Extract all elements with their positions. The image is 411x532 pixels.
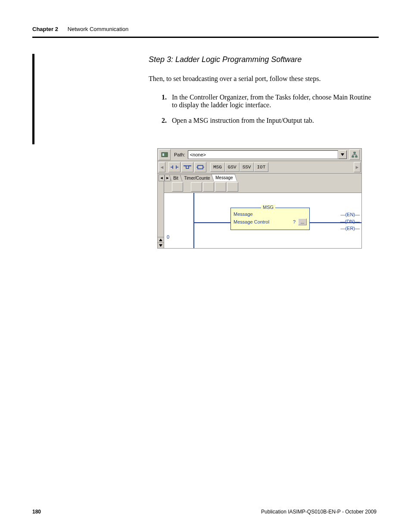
step-item: 1. In the Controller Organizer, from the… <box>162 93 374 109</box>
rung-tool-icon[interactable] <box>203 182 214 192</box>
er-coil: —(ER)— <box>340 226 360 231</box>
tab-timer-counter[interactable]: Timer/Counte <box>180 174 214 181</box>
svg-rect-4 <box>352 156 354 157</box>
msg-config-button[interactable]: ... <box>298 218 307 225</box>
rung-element-icon[interactable] <box>168 162 181 172</box>
power-rail <box>193 193 194 248</box>
step-heading: Step 3: Ladder Logic Programming Softwar… <box>149 55 374 64</box>
chapter-title: Network Communication <box>68 26 129 32</box>
publication-id: Publication IASIMP-QS010B-EN-P - October… <box>261 509 377 515</box>
dn-coil: —(DN)— <box>340 219 360 224</box>
gsv-button[interactable]: GSV <box>225 162 240 172</box>
ladder-area: 0 MSG Message Message Control ? ... <box>158 181 361 248</box>
rung-tool-icon[interactable] <box>191 182 202 192</box>
svg-rect-3 <box>354 152 355 153</box>
step-text: In the Controller Organizer, from the Ta… <box>172 93 374 109</box>
ladder-canvas[interactable]: 0 MSG Message Message Control ? ... <box>164 193 361 248</box>
rung-toolbar <box>164 181 361 193</box>
svg-marker-18 <box>159 239 162 241</box>
step-text: Open a MSG instruction from the Input/Ou… <box>172 117 314 124</box>
rung-tool-icon[interactable] <box>172 182 183 192</box>
controller-icon[interactable] <box>159 149 171 160</box>
path-toolbar: Path: <none> <box>158 149 361 161</box>
msg-control-value: ? <box>293 219 296 224</box>
branch-element-icon[interactable] <box>181 162 193 172</box>
nav-right-button[interactable]: ► <box>354 162 361 172</box>
msg-control-label: Message Control <box>234 219 269 224</box>
ladder-editor-figure: Path: <none> <box>157 148 362 249</box>
network-icon[interactable] <box>349 149 360 160</box>
svg-marker-2 <box>341 153 344 156</box>
svg-marker-19 <box>159 244 162 247</box>
element-toolbar: ◄ MSG GSV SSV IOT ► <box>158 161 361 173</box>
msg-line1: Message <box>234 212 307 217</box>
rung-tool-icon[interactable] <box>227 182 238 192</box>
intro-text: Then, to set broadcasting over a serial … <box>149 75 374 83</box>
nav-left-button[interactable]: ◄ <box>159 162 165 172</box>
step-number: 2. <box>162 117 172 124</box>
side-rule <box>32 54 34 144</box>
rung-wire <box>194 222 233 223</box>
page-header: Chapter 2 Network Communication <box>32 26 379 38</box>
path-label: Path: <box>174 152 185 157</box>
scroll-down-icon[interactable] <box>158 243 164 248</box>
ssv-button[interactable]: SSV <box>240 162 254 172</box>
path-dropdown-button[interactable] <box>338 150 347 159</box>
chapter-label: Chapter 2 <box>32 26 58 32</box>
rung-tool-icon[interactable] <box>215 182 226 192</box>
page-footer: 180 Publication IASIMP-QS010B-EN-P - Oct… <box>32 509 377 515</box>
path-input[interactable]: <none> <box>188 150 338 159</box>
branch-level-icon[interactable] <box>194 162 206 172</box>
scroll-up-icon[interactable] <box>158 237 164 243</box>
rung-number: 0 <box>167 234 169 240</box>
svg-rect-1 <box>162 153 164 156</box>
msg-button[interactable]: MSG <box>210 162 225 172</box>
svg-rect-5 <box>355 156 357 157</box>
step-number: 1. <box>162 93 172 109</box>
iot-button[interactable]: IOT <box>254 162 268 172</box>
page-number: 180 <box>32 509 41 515</box>
msg-block-title: MSG <box>261 205 275 210</box>
instruction-tabstrip: ◄ ► Bit Timer/Counte Message <box>158 173 361 181</box>
ladder-left-gutter <box>158 181 164 248</box>
step-item: 2. Open a MSG instruction from the Input… <box>162 117 374 124</box>
msg-instruction-block[interactable]: MSG Message Message Control ? ... <box>230 208 310 230</box>
tab-message[interactable]: Message <box>211 174 237 181</box>
tab-scroll-left[interactable]: ◄ <box>159 174 165 181</box>
en-coil: —(EN)— <box>340 212 360 217</box>
svg-rect-15 <box>198 165 203 169</box>
